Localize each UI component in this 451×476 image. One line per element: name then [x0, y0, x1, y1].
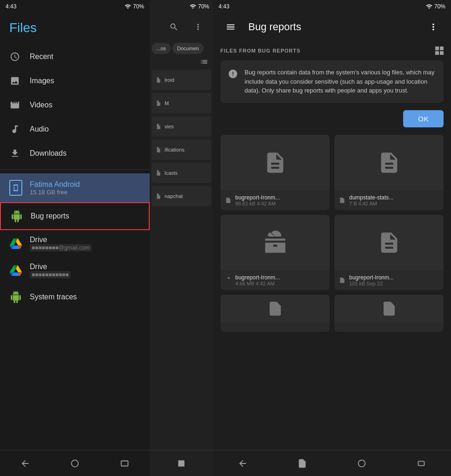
left-time: 4:43: [6, 3, 16, 10]
left-panel: 4:43 70% Files Recent Images Videos Audi…: [0, 0, 150, 476]
middle-tab-0[interactable]: ...os: [152, 43, 171, 54]
middle-tab-1[interactable]: Documen: [172, 43, 204, 54]
file-preview-4: [334, 215, 444, 271]
document-icon: [263, 151, 287, 175]
drive-icon-1: [9, 237, 22, 250]
file-icon: [155, 77, 162, 83]
left-status-icons: 70%: [125, 3, 144, 10]
file-card-info-3: bugreport-Ironm... 4.66 MB 4:42 AM: [220, 271, 330, 290]
drive-item-1[interactable]: Drive ■■■■■■■■@gmail.com: [0, 230, 150, 257]
file-meta-3: 4.66 MB 4:42 AM: [235, 281, 280, 286]
file-card-details-2: dumpstate-stats... 7 B 4:42 AM: [349, 194, 393, 206]
file-text: ifications: [165, 147, 185, 152]
middle-more-button[interactable]: [188, 17, 208, 37]
bug-reports-label: Bug reports: [31, 212, 69, 220]
list-item[interactable]: ifications: [152, 139, 211, 160]
archive-icon: [263, 231, 287, 255]
right-recents-button[interactable]: [411, 453, 431, 474]
file-text: lroid: [165, 77, 174, 83]
drive-email-2: ■■■■■■■■■■■: [30, 271, 71, 278]
drive-name-1: Drive: [30, 236, 92, 244]
file-card-1[interactable]: bugreport-Ironm... 99.82 kB 4:42 AM: [220, 135, 330, 210]
middle-panel: 70% ...os Documen lroid M vies ification…: [150, 0, 213, 476]
clock-icon: [9, 51, 20, 62]
left-status-bar: 4:43 70%: [0, 0, 150, 13]
file-name-1: bugreport-Ironm...: [235, 194, 280, 201]
middle-wifi-icon: [190, 3, 196, 10]
list-view-icon[interactable]: [200, 58, 208, 66]
nav-label-videos: Videos: [30, 101, 53, 109]
middle-tabs: ...os Documen: [150, 41, 213, 56]
home-button[interactable]: [65, 453, 85, 474]
drive-name-2: Drive: [30, 263, 71, 271]
hamburger-menu-button[interactable]: [220, 17, 241, 37]
file-text: M: [165, 100, 169, 106]
right-home-button[interactable]: [352, 453, 372, 474]
grid-view-icon[interactable]: [435, 46, 444, 55]
nav-item-downloads[interactable]: Downloads: [0, 141, 150, 165]
file-text: napchat: [165, 193, 183, 199]
file-card-6[interactable]: [334, 295, 444, 332]
file-card-details-4: bugreport-Ironm... 102 kB Sep 22: [349, 274, 394, 286]
file-card-details-1: bugreport-Ironm... 99.82 kB 4:42 AM: [235, 194, 280, 206]
list-item[interactable]: vies: [152, 116, 211, 137]
storage-free: 15.18 GB free: [30, 189, 80, 196]
drive-info-2: Drive ■■■■■■■■■■■: [30, 263, 71, 278]
middle-status-bar: 70%: [150, 0, 213, 13]
file-name-4: bugreport-Ironm...: [349, 274, 394, 281]
nav-item-videos[interactable]: Videos: [0, 93, 150, 117]
warning-box: Bug reports contain data from the system…: [220, 60, 444, 103]
middle-toolbar: [150, 13, 213, 41]
file-icon: [155, 123, 162, 130]
middle-file-list: lroid M vies ifications lcasts napchat: [150, 68, 213, 210]
file-card-info-4: bugreport-Ironm... 102 kB Sep 22: [334, 271, 444, 290]
file-meta-1: 99.82 kB 4:42 AM: [235, 201, 280, 206]
nav-item-audio[interactable]: Audio: [0, 117, 150, 141]
nav-item-images[interactable]: Images: [0, 69, 150, 93]
list-item[interactable]: lcasts: [152, 163, 211, 183]
list-item[interactable]: napchat: [152, 186, 211, 206]
phone-icon: [9, 180, 22, 196]
drive-info-1: Drive ■■■■■■■■@gmail.com: [30, 236, 92, 251]
bug-reports-item[interactable]: Bug reports: [0, 202, 150, 230]
file-card-5[interactable]: [220, 295, 330, 332]
file-card-4[interactable]: bugreport-Ironm... 102 kB Sep 22: [334, 215, 444, 290]
file-small-icon-4: [339, 277, 345, 284]
recents-button[interactable]: [114, 453, 135, 474]
right-back-button[interactable]: [232, 453, 253, 474]
middle-stop-button[interactable]: [171, 453, 192, 474]
back-button[interactable]: [15, 453, 35, 474]
storage-item[interactable]: Fatima Android 15.18 GB free: [0, 173, 150, 202]
middle-search-button[interactable]: [164, 17, 184, 37]
ok-button[interactable]: OK: [403, 110, 444, 127]
list-item[interactable]: M: [152, 93, 211, 113]
file-icon: [155, 170, 162, 176]
drive-item-2[interactable]: Drive ■■■■■■■■■■■: [0, 257, 150, 284]
nav-label-audio: Audio: [30, 125, 49, 133]
nav-item-recent[interactable]: Recent: [0, 45, 150, 69]
section-title: FILES FROM BUG REPORTS: [220, 48, 300, 53]
right-more-button[interactable]: [423, 17, 444, 37]
file-icon: [155, 193, 162, 199]
ok-button-row: OK: [220, 110, 444, 127]
right-file-button[interactable]: [292, 453, 312, 474]
system-traces-icon: [9, 291, 22, 304]
nav-label-recent: Recent: [30, 53, 53, 61]
document-icon-5: [267, 300, 284, 317]
system-traces-item[interactable]: System traces: [0, 284, 150, 310]
storage-info: Fatima Android 15.18 GB free: [30, 180, 80, 196]
list-item[interactable]: lroid: [152, 70, 211, 90]
download-icon: [9, 148, 20, 159]
file-icon: [155, 100, 162, 106]
file-card-2[interactable]: dumpstate-stats... 7 B 4:42 AM: [334, 135, 444, 210]
file-card-info-1: bugreport-Ironm... 99.82 kB 4:42 AM: [220, 191, 330, 210]
file-card-3[interactable]: bugreport-Ironm... 4.66 MB 4:42 AM: [220, 215, 330, 290]
file-icon: [155, 146, 162, 153]
right-time: 4:43: [219, 3, 229, 10]
right-wifi-icon: [426, 3, 432, 10]
files-section-header: FILES FROM BUG REPORTS: [220, 46, 444, 55]
svg-rect-2: [178, 460, 184, 466]
video-icon: [9, 99, 20, 111]
app-title: Files: [0, 13, 150, 45]
document-icon-4: [377, 231, 401, 255]
